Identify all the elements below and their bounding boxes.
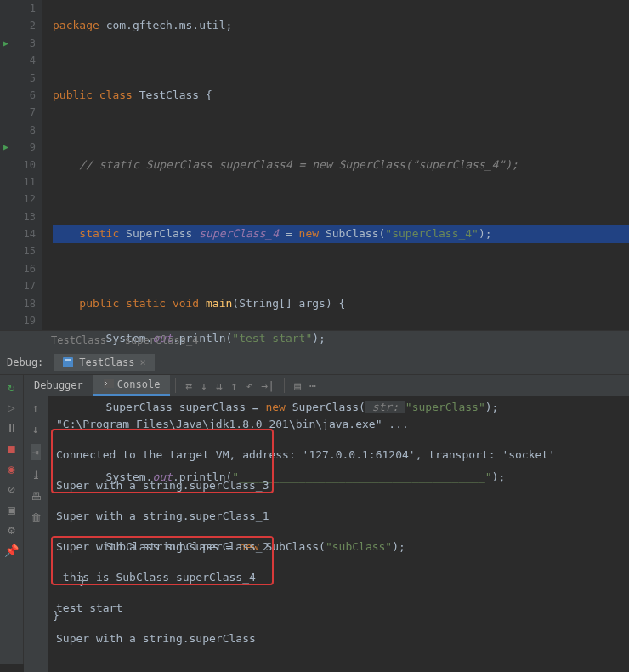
pin-icon[interactable]: 📌 bbox=[4, 544, 19, 557]
highlighted-line: static SuperClass superClass_4 = new Sub… bbox=[53, 225, 629, 242]
step-into-icon[interactable]: ↓ bbox=[196, 379, 212, 392]
line-number: 8 bbox=[0, 122, 36, 139]
close-icon[interactable]: × bbox=[139, 356, 145, 368]
run-config-tab[interactable]: TestClass × bbox=[54, 354, 154, 371]
camera-icon[interactable]: ▣ bbox=[8, 503, 14, 516]
line-number: 6 bbox=[0, 87, 36, 104]
down-icon[interactable]: ↓ bbox=[32, 423, 39, 436]
clear-icon[interactable]: 🗑 bbox=[31, 511, 42, 524]
code-content[interactable]: package com.gftech.ms.util; public class… bbox=[42, 0, 629, 330]
line-number: 4 bbox=[0, 52, 36, 69]
svg-rect-0 bbox=[63, 357, 73, 367]
debug-label: Debug: bbox=[7, 356, 43, 368]
evaluate-icon[interactable]: ▤ bbox=[290, 379, 305, 392]
tab-debugger[interactable]: Debugger bbox=[24, 376, 94, 395]
step-out-icon[interactable]: ↑ bbox=[227, 379, 242, 392]
console-line: this is SubClass superClass_4 bbox=[56, 570, 620, 585]
run-gutter-icon[interactable]: ▶ bbox=[3, 35, 8, 52]
step-over-icon[interactable]: ⇄ bbox=[181, 379, 196, 392]
svg-rect-1 bbox=[65, 359, 71, 361]
scroll-end-icon[interactable]: ⤓ bbox=[31, 469, 41, 481]
gutter: 1 2 ▶3 4 5 6 7 8 ▶9 10 11 12 13 14 15 16… bbox=[0, 0, 42, 330]
line-number: 7 bbox=[0, 104, 36, 121]
soft-wrap-icon[interactable]: ⇥ bbox=[31, 444, 41, 460]
line-number: 19 bbox=[0, 312, 36, 329]
console-line: "C:\Program Files\Java\jdk1.8.0_201\bin\… bbox=[56, 417, 620, 432]
line-number: 15 bbox=[0, 242, 36, 259]
pause-icon[interactable]: ⏸ bbox=[6, 421, 18, 435]
settings-icon[interactable]: ⚙ bbox=[8, 523, 14, 537]
line-number: 14 bbox=[0, 225, 36, 242]
breadcrumb-item[interactable]: TestClass bbox=[51, 334, 106, 346]
console-line: Super with a string.superClass_2 bbox=[56, 539, 620, 555]
console-line: test start bbox=[56, 601, 620, 616]
breadcrumb-item[interactable]: superClass_4 bbox=[125, 334, 199, 346]
up-icon[interactable]: ↑ bbox=[32, 401, 39, 414]
console-output[interactable]: "C:\Program Files\Java\jdk1.8.0_201\bin\… bbox=[48, 396, 629, 672]
breakpoints-icon[interactable]: ◉ bbox=[8, 462, 14, 476]
application-icon bbox=[62, 356, 74, 368]
console-line: Super with a string.superClass_3 bbox=[56, 478, 620, 493]
run-gutter-icon[interactable]: ▶ bbox=[3, 139, 8, 156]
line-number: 5 bbox=[0, 70, 36, 87]
run-to-cursor-icon[interactable]: →| bbox=[258, 379, 280, 392]
run-config-name: TestClass bbox=[79, 356, 134, 368]
print-icon[interactable]: 🖶 bbox=[31, 490, 42, 503]
line-number: ▶9 bbox=[0, 139, 36, 156]
console-line: Connected to the target VM, address: '12… bbox=[56, 447, 620, 463]
line-number: 16 bbox=[0, 260, 36, 277]
debug-sidebar: ↻ ▷ ⏸ ■ ◉ ⊘ ▣ ⚙ 📌 bbox=[0, 375, 24, 664]
resume-icon[interactable]: ▷ bbox=[8, 401, 14, 414]
console-line: Super with a string.superClass bbox=[56, 631, 620, 646]
line-number: 17 bbox=[0, 277, 36, 294]
stop-icon[interactable]: ■ bbox=[8, 441, 14, 455]
debug-tabs: Debugger Console ⇄ ↓ ⇊ ↑ ↶ →| ▤ ⋯ bbox=[24, 375, 629, 396]
console-toolbar: ↑ ↓ ⇥ ⤓ 🖶 🗑 bbox=[24, 396, 48, 672]
trace-icon[interactable]: ⋯ bbox=[305, 379, 320, 392]
line-number: 2 bbox=[0, 17, 36, 34]
console-icon bbox=[104, 379, 114, 388]
line-number: 11 bbox=[0, 174, 36, 191]
rerun-icon[interactable]: ↻ bbox=[8, 380, 14, 394]
console-area: ↑ ↓ ⇥ ⤓ 🖶 🗑 "C:\Program Files\Java\jdk1.… bbox=[24, 396, 629, 672]
debug-panel: ↻ ▷ ⏸ ■ ◉ ⊘ ▣ ⚙ 📌 Debugger Console ⇄ ↓ ⇊… bbox=[0, 375, 629, 664]
console-line: _____________________________________ bbox=[56, 662, 620, 672]
svg-rect-2 bbox=[104, 379, 114, 388]
drop-frame-icon[interactable]: ↶ bbox=[242, 379, 258, 392]
tab-console[interactable]: Console bbox=[94, 375, 171, 396]
mute-breakpoints-icon[interactable]: ⊘ bbox=[8, 482, 14, 496]
force-step-into-icon[interactable]: ⇊ bbox=[212, 379, 227, 392]
line-number: 13 bbox=[0, 208, 36, 225]
code-editor[interactable]: 1 2 ▶3 4 5 6 7 8 ▶9 10 11 12 13 14 15 16… bbox=[0, 0, 629, 330]
line-number: ▶3 bbox=[0, 35, 36, 52]
line-number: 18 bbox=[0, 295, 36, 312]
line-number: 1 bbox=[0, 0, 36, 17]
console-line: Super with a string.superClass_1 bbox=[56, 509, 620, 524]
line-number: 10 bbox=[0, 157, 36, 174]
line-number: 12 bbox=[0, 191, 36, 208]
